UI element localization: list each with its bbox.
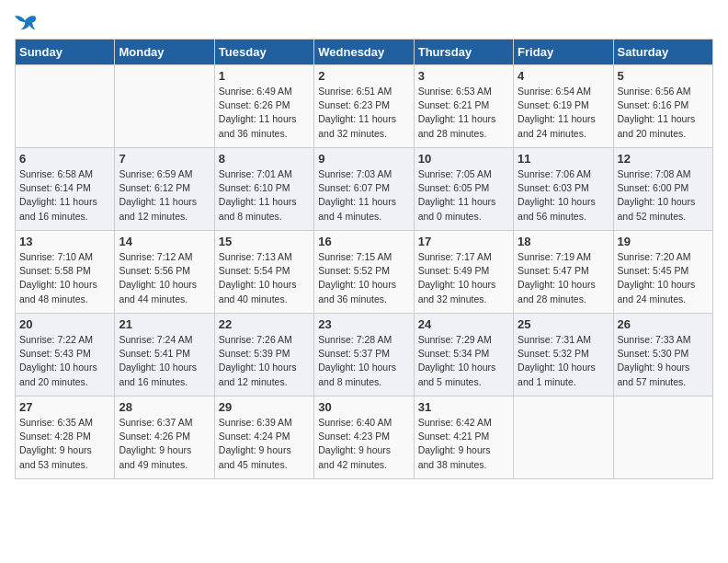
calendar-cell: 14Sunrise: 7:12 AM Sunset: 5:56 PM Dayli…	[115, 231, 214, 314]
day-number: 18	[518, 235, 609, 248]
calendar-cell: 10Sunrise: 7:05 AM Sunset: 6:05 PM Dayli…	[414, 148, 513, 231]
day-number: 19	[618, 235, 709, 248]
calendar-cell	[514, 396, 613, 479]
day-number: 25	[518, 317, 609, 331]
calendar-cell: 27Sunrise: 6:35 AM Sunset: 4:28 PM Dayli…	[16, 396, 115, 479]
day-info: Sunrise: 7:03 AM Sunset: 6:07 PM Dayligh…	[318, 167, 409, 224]
day-info: Sunrise: 7:17 AM Sunset: 5:49 PM Dayligh…	[418, 250, 509, 306]
day-info: Sunrise: 6:54 AM Sunset: 6:19 PM Dayligh…	[518, 85, 609, 141]
day-info: Sunrise: 7:01 AM Sunset: 6:10 PM Dayligh…	[219, 167, 310, 224]
day-number: 29	[219, 400, 310, 414]
calendar-cell: 23Sunrise: 7:28 AM Sunset: 5:37 PM Dayli…	[314, 314, 414, 396]
day-info: Sunrise: 6:40 AM Sunset: 4:23 PM Dayligh…	[318, 416, 409, 472]
calendar-cell: 3Sunrise: 6:53 AM Sunset: 6:21 PM Daylig…	[414, 65, 513, 148]
day-number: 3	[418, 69, 509, 83]
col-header-friday: Friday	[514, 40, 613, 65]
calendar-cell: 18Sunrise: 7:19 AM Sunset: 5:47 PM Dayli…	[514, 231, 613, 314]
day-number: 26	[618, 317, 709, 331]
day-number: 21	[119, 317, 210, 331]
day-info: Sunrise: 7:29 AM Sunset: 5:34 PM Dayligh…	[418, 333, 509, 389]
calendar-cell: 28Sunrise: 6:37 AM Sunset: 4:26 PM Dayli…	[115, 396, 214, 479]
calendar-cell	[613, 396, 712, 479]
calendar-cell: 4Sunrise: 6:54 AM Sunset: 6:19 PM Daylig…	[514, 65, 613, 148]
day-info: Sunrise: 7:19 AM Sunset: 5:47 PM Dayligh…	[518, 250, 609, 306]
calendar-cell: 1Sunrise: 6:49 AM Sunset: 6:26 PM Daylig…	[214, 65, 313, 148]
day-number: 23	[318, 317, 409, 331]
day-info: Sunrise: 7:15 AM Sunset: 5:52 PM Dayligh…	[318, 250, 409, 306]
day-number: 5	[618, 69, 709, 83]
calendar-cell: 9Sunrise: 7:03 AM Sunset: 6:07 PM Daylig…	[314, 148, 414, 231]
day-info: Sunrise: 6:49 AM Sunset: 6:26 PM Dayligh…	[219, 85, 310, 141]
calendar-week-row: 13Sunrise: 7:10 AM Sunset: 5:58 PM Dayli…	[16, 231, 713, 314]
day-number: 17	[418, 235, 509, 248]
calendar-cell: 6Sunrise: 6:58 AM Sunset: 6:14 PM Daylig…	[16, 148, 115, 231]
day-number: 30	[318, 400, 409, 414]
page-header	[15, 15, 713, 31]
day-info: Sunrise: 6:51 AM Sunset: 6:23 PM Dayligh…	[318, 85, 409, 141]
day-number: 12	[618, 152, 709, 166]
day-info: Sunrise: 7:12 AM Sunset: 5:56 PM Dayligh…	[119, 250, 210, 306]
day-info: Sunrise: 6:35 AM Sunset: 4:28 PM Dayligh…	[19, 416, 110, 472]
calendar-cell: 17Sunrise: 7:17 AM Sunset: 5:49 PM Dayli…	[414, 231, 513, 314]
calendar-week-row: 6Sunrise: 6:58 AM Sunset: 6:14 PM Daylig…	[16, 148, 713, 231]
col-header-wednesday: Wednesday	[314, 40, 414, 65]
day-number: 1	[219, 69, 310, 83]
calendar-cell: 15Sunrise: 7:13 AM Sunset: 5:54 PM Dayli…	[214, 231, 313, 314]
calendar-week-row: 27Sunrise: 6:35 AM Sunset: 4:28 PM Dayli…	[16, 396, 713, 479]
calendar-cell	[16, 65, 115, 148]
logo	[15, 15, 40, 31]
day-number: 22	[219, 317, 310, 331]
calendar-cell: 11Sunrise: 7:06 AM Sunset: 6:03 PM Dayli…	[514, 148, 613, 231]
calendar-cell: 30Sunrise: 6:40 AM Sunset: 4:23 PM Dayli…	[314, 396, 414, 479]
calendar-cell: 21Sunrise: 7:24 AM Sunset: 5:41 PM Dayli…	[115, 314, 214, 396]
day-info: Sunrise: 7:24 AM Sunset: 5:41 PM Dayligh…	[119, 333, 210, 389]
day-info: Sunrise: 6:37 AM Sunset: 4:26 PM Dayligh…	[119, 416, 210, 472]
day-number: 7	[119, 152, 210, 166]
calendar-cell: 7Sunrise: 6:59 AM Sunset: 6:12 PM Daylig…	[115, 148, 214, 231]
calendar-cell: 29Sunrise: 6:39 AM Sunset: 4:24 PM Dayli…	[214, 396, 313, 479]
day-number: 16	[318, 235, 409, 248]
day-number: 4	[518, 69, 609, 83]
day-info: Sunrise: 7:31 AM Sunset: 5:32 PM Dayligh…	[518, 333, 609, 389]
calendar-cell: 20Sunrise: 7:22 AM Sunset: 5:43 PM Dayli…	[16, 314, 115, 396]
calendar-cell: 25Sunrise: 7:31 AM Sunset: 5:32 PM Dayli…	[514, 314, 613, 396]
day-number: 8	[219, 152, 310, 166]
day-number: 9	[318, 152, 409, 166]
col-header-sunday: Sunday	[16, 40, 115, 65]
calendar-cell: 13Sunrise: 7:10 AM Sunset: 5:58 PM Dayli…	[16, 231, 115, 314]
calendar-table: SundayMondayTuesdayWednesdayThursdayFrid…	[15, 39, 713, 479]
day-number: 15	[219, 235, 310, 248]
day-info: Sunrise: 6:58 AM Sunset: 6:14 PM Dayligh…	[19, 167, 110, 224]
day-number: 6	[19, 152, 110, 166]
day-number: 28	[119, 400, 210, 414]
day-info: Sunrise: 7:26 AM Sunset: 5:39 PM Dayligh…	[219, 333, 310, 389]
day-info: Sunrise: 6:56 AM Sunset: 6:16 PM Dayligh…	[618, 85, 709, 141]
calendar-week-row: 1Sunrise: 6:49 AM Sunset: 6:26 PM Daylig…	[16, 65, 713, 148]
calendar-week-row: 20Sunrise: 7:22 AM Sunset: 5:43 PM Dayli…	[16, 314, 713, 396]
calendar-cell: 26Sunrise: 7:33 AM Sunset: 5:30 PM Dayli…	[613, 314, 712, 396]
col-header-saturday: Saturday	[613, 40, 712, 65]
day-number: 13	[19, 235, 110, 248]
day-number: 31	[418, 400, 509, 414]
calendar-cell: 2Sunrise: 6:51 AM Sunset: 6:23 PM Daylig…	[314, 65, 414, 148]
day-info: Sunrise: 6:53 AM Sunset: 6:21 PM Dayligh…	[418, 85, 509, 141]
day-info: Sunrise: 7:28 AM Sunset: 5:37 PM Dayligh…	[318, 333, 409, 389]
calendar-cell: 8Sunrise: 7:01 AM Sunset: 6:10 PM Daylig…	[214, 148, 313, 231]
logo-bird-icon	[15, 15, 37, 31]
col-header-thursday: Thursday	[414, 40, 513, 65]
calendar-cell: 5Sunrise: 6:56 AM Sunset: 6:16 PM Daylig…	[613, 65, 712, 148]
calendar-cell: 16Sunrise: 7:15 AM Sunset: 5:52 PM Dayli…	[314, 231, 414, 314]
col-header-monday: Monday	[115, 40, 214, 65]
day-info: Sunrise: 7:20 AM Sunset: 5:45 PM Dayligh…	[618, 250, 709, 306]
day-info: Sunrise: 7:13 AM Sunset: 5:54 PM Dayligh…	[219, 250, 310, 306]
day-number: 24	[418, 317, 509, 331]
calendar-cell	[115, 65, 214, 148]
day-info: Sunrise: 7:33 AM Sunset: 5:30 PM Dayligh…	[618, 333, 709, 389]
col-header-tuesday: Tuesday	[214, 40, 313, 65]
calendar-cell: 19Sunrise: 7:20 AM Sunset: 5:45 PM Dayli…	[613, 231, 712, 314]
calendar-cell: 12Sunrise: 7:08 AM Sunset: 6:00 PM Dayli…	[613, 148, 712, 231]
calendar-cell: 31Sunrise: 6:42 AM Sunset: 4:21 PM Dayli…	[414, 396, 513, 479]
day-number: 27	[19, 400, 110, 414]
day-number: 10	[418, 152, 509, 166]
day-info: Sunrise: 6:42 AM Sunset: 4:21 PM Dayligh…	[418, 416, 509, 472]
